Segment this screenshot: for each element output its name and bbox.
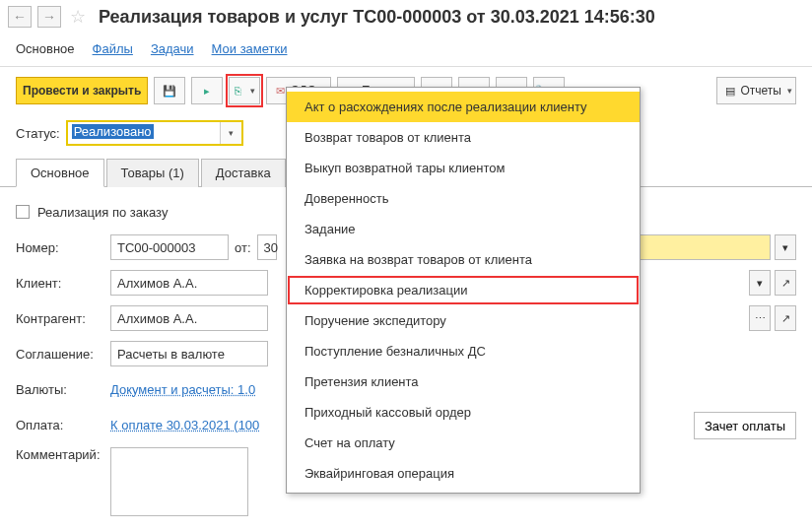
page-title: Реализация товаров и услуг ТС00-000003 о…: [99, 7, 655, 28]
report-icon: ▤: [723, 84, 737, 98]
menu-item[interactable]: Поступление безналичных ДС: [287, 336, 640, 366]
menu-item[interactable]: Претензия клиента: [287, 366, 640, 397]
menu-item[interactable]: Возврат товаров от клиента: [287, 122, 640, 153]
nav-forward-button[interactable]: →: [37, 6, 61, 28]
create-based-on-button[interactable]: ⎘▾: [229, 77, 260, 104]
post-and-close-button[interactable]: Провести и закрыть: [16, 77, 148, 104]
client-rhs-open[interactable]: ↗: [775, 270, 796, 296]
navtab-notes[interactable]: Мои заметки: [212, 41, 288, 56]
menu-item[interactable]: Поручение экспедитору: [287, 305, 640, 336]
counterparty-rhs-open[interactable]: ↗: [775, 305, 796, 331]
payment-label: Оплата:: [16, 418, 110, 432]
agreement-label: Соглашение:: [16, 347, 110, 362]
create-based-on-menu: Акт о расхождениях после реализации клие…: [286, 87, 641, 494]
reports-button[interactable]: ▤Отчеты▾: [716, 77, 796, 104]
save-icon: 💾: [163, 84, 176, 98]
navtab-tasks[interactable]: Задачи: [151, 41, 194, 56]
comment-textarea[interactable]: [110, 447, 248, 516]
navtab-main[interactable]: Основное: [16, 41, 75, 56]
menu-item[interactable]: Заявка на возврат товаров от клиента: [287, 244, 640, 275]
menu-item[interactable]: Доверенность: [287, 183, 640, 214]
date-from-label: от:: [235, 240, 251, 255]
client-label: Клиент:: [16, 276, 110, 291]
favorite-star-icon[interactable]: ☆: [67, 6, 89, 28]
menu-item[interactable]: Задание: [287, 214, 640, 244]
chevron-down-icon: ▾: [250, 86, 255, 96]
nav-back-button[interactable]: ←: [8, 6, 32, 28]
client-rhs-dd[interactable]: ▾: [749, 270, 771, 296]
menu-item[interactable]: Приходный кассовый ордер: [287, 397, 640, 428]
create-based-on-icon: ⎘: [231, 84, 244, 98]
post-button[interactable]: ▸: [191, 77, 223, 104]
agreement-input[interactable]: Расчеты в валюте: [110, 341, 268, 366]
currency-link[interactable]: Документ и расчеты: 1.0: [110, 382, 255, 397]
counterparty-input[interactable]: Алхимов А.А.: [110, 305, 268, 331]
status-label: Статус:: [16, 126, 60, 141]
currency-label: Валюты:: [16, 382, 110, 397]
tab-goods[interactable]: Товары (1): [106, 159, 199, 187]
save-button[interactable]: 💾: [154, 77, 185, 104]
number-label: Номер:: [16, 240, 110, 255]
tab-main[interactable]: Основное: [16, 159, 104, 187]
payment-link[interactable]: К оплате 30.03.2021 (100: [110, 418, 259, 432]
menu-item[interactable]: Эквайринговая операция: [287, 458, 640, 489]
menu-item[interactable]: Акт о расхождениях после реализации клие…: [287, 92, 640, 122]
post-icon: ▸: [200, 84, 214, 98]
comment-label: Комментарий:: [16, 447, 110, 462]
by-order-checkbox[interactable]: [16, 205, 30, 219]
status-dropdown[interactable]: ▾: [220, 122, 241, 144]
menu-item[interactable]: Счет на оплату: [287, 428, 640, 458]
client-input[interactable]: Алхимов А.А.: [110, 270, 268, 296]
number-input[interactable]: ТС00-000003: [110, 234, 229, 260]
status-field[interactable]: Реализовано ▾: [66, 120, 243, 146]
counterparty-label: Контрагент:: [16, 311, 110, 326]
navtab-files[interactable]: Файлы: [93, 41, 133, 56]
counterparty-rhs-dots[interactable]: ⋯: [749, 305, 771, 331]
tab-delivery[interactable]: Доставка: [201, 159, 286, 187]
payment-offset-button[interactable]: Зачет оплаты: [694, 412, 796, 439]
date-input[interactable]: 30: [257, 234, 277, 260]
menu-item-correction[interactable]: Корректировка реализации: [287, 275, 640, 305]
status-value: Реализовано: [72, 124, 154, 139]
menu-item[interactable]: Выкуп возвратной тары клиентом: [287, 153, 640, 183]
rhs-field-dd[interactable]: ▾: [775, 234, 796, 260]
